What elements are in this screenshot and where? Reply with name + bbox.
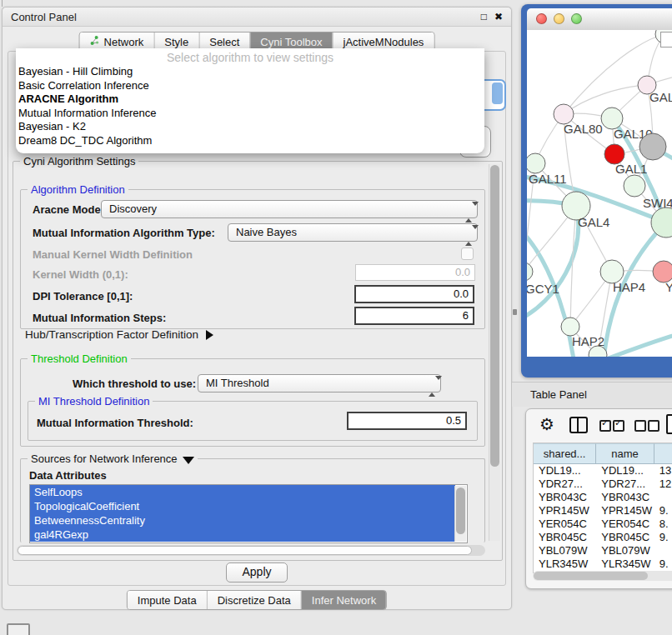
node-table: shared...name YDL19...YDL19...13YDR27...…: [533, 442, 672, 573]
data-attributes-list[interactable]: SelfLoopsTopologicalCoefficientBetweenne…: [29, 484, 468, 543]
table-cell: YBR043C: [534, 491, 596, 504]
deselect-all-icon[interactable]: [648, 420, 659, 432]
node-label: GAL4: [578, 215, 609, 229]
panel-splitter-grip[interactable]: [513, 309, 517, 315]
mi-steps-input[interactable]: 6: [354, 307, 474, 325]
table-row[interactable]: YPR145WYPR145W9.: [534, 504, 672, 518]
table-cell: YER054C: [534, 518, 596, 531]
network-canvas[interactable]: GALGAL80GAL10GAL1GAL11SWI4GAL4GCY1HAP4YH…: [527, 30, 672, 357]
node-label: GCY1: [527, 282, 559, 296]
page-icon[interactable]: [666, 414, 672, 434]
column-header-clipped[interactable]: [654, 443, 672, 464]
network-node-hap2[interactable]: [561, 318, 579, 336]
table-row[interactable]: YBR045CYBR045C9.: [534, 531, 672, 544]
close-traffic-light-icon[interactable]: [536, 13, 547, 24]
manual-kernel-checkbox[interactable]: [461, 248, 474, 260]
network-node[interactable]: [639, 133, 666, 160]
data-attributes-label: Data Attributes: [29, 469, 107, 482]
table-toolbar: ⚙ ✓ ✓: [526, 409, 672, 441]
node-label: HAP4: [613, 280, 645, 294]
kernel-width-input[interactable]: 0.0: [355, 264, 475, 281]
network-node-gal11[interactable]: [527, 153, 545, 173]
gear-icon[interactable]: ⚙: [539, 415, 554, 433]
split-columns-icon[interactable]: [569, 417, 588, 433]
algorithm-option-bayesian-hill-climbing[interactable]: Bayesian - Hill Climbing: [16, 65, 484, 79]
table-cell: 12: [654, 478, 672, 491]
attribute-item-selfloops[interactable]: SelfLoops: [30, 485, 455, 499]
tab-impute-data[interactable]: Impute Data: [128, 591, 207, 609]
canvas-overlay-box: [660, 32, 672, 48]
mi-threshold-group: MI Threshold Definition Mutual Informati…: [28, 401, 478, 441]
algorithm-option-aracne-algorithm[interactable]: ARACNE Algorithm: [16, 92, 484, 107]
attribute-item-topologicalcoefficient[interactable]: TopologicalCoefficient: [30, 499, 455, 513]
window-title: Control Panel: [11, 11, 77, 23]
close-icon[interactable]: ✖: [494, 12, 503, 22]
minimize-traffic-light-icon[interactable]: [554, 13, 564, 24]
attribute-list-scrollbar[interactable]: [454, 486, 466, 542]
threshold-definition-group: Threshold Definition Which threshold to …: [20, 358, 485, 447]
node-label: Y: [665, 280, 672, 294]
mi-type-combobox[interactable]: Naive Bayes: [228, 223, 478, 242]
table-row[interactable]: YDL19...YDL19...13: [534, 464, 672, 478]
desktop-mini-window[interactable]: [7, 623, 30, 635]
algorithm-option-dream8-dc-tdc-algorithm[interactable]: Dream8 DC_TDC Algorithm: [16, 134, 484, 148]
algorithm-option-mutual-information-inference[interactable]: Mutual Information Inference: [16, 107, 484, 121]
control-panel-titlebar[interactable]: Control Panel □ ✖: [3, 8, 511, 27]
algorithm-option-basic-correlation-inference[interactable]: Basic Correlation Inference: [16, 79, 484, 93]
which-threshold-label: Which threshold to use:: [73, 378, 196, 390]
column-header-name[interactable]: name: [596, 443, 654, 464]
table-row[interactable]: YER054CYER054C8.: [534, 518, 672, 531]
table-row[interactable]: YBR043CYBR043C: [534, 491, 672, 504]
settings-horizontal-scrollbar[interactable]: [17, 545, 485, 556]
table-cell: YPR145W: [534, 504, 596, 518]
table-row[interactable]: YBL079WYBL079W: [534, 544, 672, 558]
sources-group: Sources for Network Inference Data Attri…: [20, 458, 485, 542]
node-label: GAL1: [615, 162, 647, 176]
sources-group-title[interactable]: Sources for Network Inference: [28, 452, 198, 465]
which-threshold-combobox[interactable]: MI Threshold: [198, 374, 441, 392]
aracne-mode-combobox[interactable]: Discovery: [101, 200, 478, 218]
apply-button[interactable]: Apply: [226, 562, 288, 582]
expander-collapsed-icon: [206, 330, 213, 340]
tab-discretize-data[interactable]: Discretize Data: [207, 591, 301, 609]
network-node-gal1[interactable]: [624, 175, 645, 197]
dpi-tolerance-input[interactable]: 0.0: [354, 285, 474, 303]
table-cell: 13: [654, 464, 672, 478]
node-label: GAL11: [529, 172, 567, 186]
desktop-artifact: [2, 0, 3, 7]
network-view-window[interactable]: GALGAL80GAL10GAL1GAL11SWI4GAL4GCY1HAP4YH…: [521, 4, 672, 378]
zoom-traffic-light-icon[interactable]: [571, 13, 582, 24]
table-row[interactable]: YLR345WYLR345W9.: [534, 558, 672, 571]
attribute-item-betweennesscentrality[interactable]: BetweennessCentrality: [30, 513, 455, 528]
table-cell: YBL079W: [534, 544, 596, 558]
network-window-titlebar[interactable]: [527, 8, 672, 31]
settings-vertical-scrollbar[interactable]: [489, 164, 500, 541]
table-cell: YER054C: [596, 518, 654, 531]
network-node-gcy1[interactable]: [527, 262, 533, 281]
algorithm-select-popup: Select algorithm to view settings Bayesi…: [16, 48, 484, 153]
table-horizontal-scrollbar[interactable]: [533, 571, 672, 581]
deselect-all-icon[interactable]: [634, 420, 646, 432]
stepper-arrows-icon: [465, 228, 472, 244]
table-cell: YBL079W: [596, 544, 654, 558]
mi-type-value: Naive Bayes: [236, 226, 297, 238]
table-cell: [654, 544, 672, 558]
attribute-item-gal4rgexp[interactable]: gal4RGexp: [30, 528, 455, 542]
tab-infer-network[interactable]: Infer Network: [301, 591, 386, 609]
table-cell: YLR345W: [596, 558, 654, 571]
mi-threshold-input[interactable]: 0.5: [347, 412, 467, 430]
table-cell: 9.: [654, 531, 672, 544]
table-cell: YBR045C: [596, 531, 654, 544]
column-header-shared[interactable]: shared...: [534, 443, 596, 464]
network-edge[interactable]: [606, 323, 672, 357]
algorithm-option-bayesian-k2[interactable]: Bayesian - K2: [16, 120, 484, 134]
table-cell: YDL19...: [534, 464, 596, 478]
node-label: SWI4: [643, 196, 672, 210]
select-all-icon[interactable]: ✓: [613, 420, 624, 432]
table-cell: YLR345W: [534, 558, 596, 571]
hub-definition-expander[interactable]: Hub/Transcription Factor Definition: [25, 328, 213, 341]
table-cell: 9.: [654, 504, 672, 518]
table-row[interactable]: YDR27...YDR27...12: [534, 478, 672, 491]
float-icon[interactable]: □: [481, 12, 487, 22]
select-all-icon[interactable]: ✓: [599, 420, 611, 432]
